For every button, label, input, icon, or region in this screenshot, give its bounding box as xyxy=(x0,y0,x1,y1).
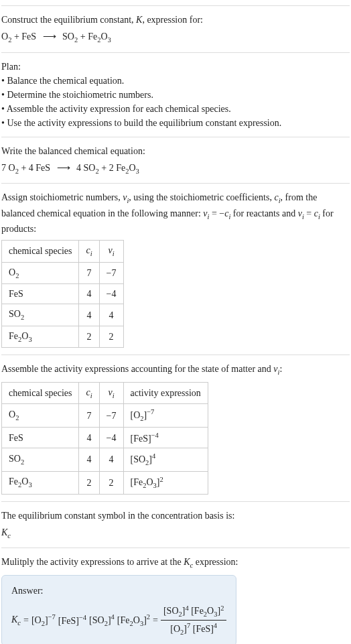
base: [SO2] xyxy=(89,615,111,625)
prompt-prefix: Construct the equilibrium constant, xyxy=(1,15,136,25)
sub: 2 xyxy=(21,314,24,321)
multiply-section: Mulitply the activity expressions to arr… xyxy=(1,548,350,644)
col-ci: ci xyxy=(79,382,99,404)
exp: 4 xyxy=(214,622,217,629)
exp: 4 xyxy=(111,613,115,621)
base: [SO2] xyxy=(163,606,185,616)
base: [Fe2O3] xyxy=(191,606,220,616)
table-header-row: chemical species ci νi activity expressi… xyxy=(2,382,208,404)
text: for reactants and xyxy=(230,208,297,218)
plan-section: Plan: Balance the chemical equation. Det… xyxy=(1,52,350,137)
table-row: O2 7 −7 [O2]−7 xyxy=(2,404,208,427)
reactant-fes: FeS xyxy=(21,31,36,42)
exp: −7 xyxy=(147,408,154,415)
plan-list: Balance the chemical equation. Determine… xyxy=(1,74,350,130)
activity-cell: [O2]−7 xyxy=(123,404,208,427)
table-row: SO2 4 4 xyxy=(2,304,124,326)
plus: + xyxy=(78,31,88,42)
species-cell: FeS xyxy=(2,427,79,448)
activity-table: chemical species ci νi activity expressi… xyxy=(1,382,208,495)
sub-c: c xyxy=(17,619,21,627)
sp: Fe xyxy=(9,331,18,341)
col-vi: νi xyxy=(99,241,123,263)
reactant-o2: O xyxy=(1,31,8,42)
exp: −4 xyxy=(79,614,86,621)
sp2: O xyxy=(21,331,28,341)
colon: : xyxy=(279,364,282,374)
v-cell: 4 xyxy=(99,448,123,471)
assign-section: Assign stoichiometric numbers, νi, using… xyxy=(1,183,350,355)
product-so2: SO xyxy=(62,31,74,42)
plan-item: Use the activity expressions to build th… xyxy=(1,116,350,130)
base: [FeS] xyxy=(193,624,214,634)
v-cell: −7 xyxy=(99,404,123,427)
c-cell: 2 xyxy=(79,326,99,348)
v-cell: −4 xyxy=(99,284,123,304)
species-cell: Fe2O3 xyxy=(2,326,79,348)
product-so2: SO xyxy=(84,163,96,173)
balanced-section: Write the balanced chemical equation: 7 … xyxy=(1,137,350,184)
arrow-icon: ⟶ xyxy=(57,161,70,175)
term: [FeS]−4 xyxy=(58,613,86,628)
table-row: Fe2O3 2 2 xyxy=(2,326,124,348)
coef: 4 xyxy=(29,163,36,173)
numerator: [SO2]4 [Fe2O3]2 xyxy=(161,603,226,621)
c-cell: 4 xyxy=(79,284,99,304)
v-cell: −7 xyxy=(99,262,123,284)
col-species: chemical species xyxy=(2,241,79,263)
plan-item: Assemble the activity expression for eac… xyxy=(1,102,350,116)
stoich-table: chemical species ci νi O2 7 −7 FeS 4 −4 … xyxy=(1,240,124,348)
base: [O2] xyxy=(170,624,187,634)
exp: 7 xyxy=(187,622,190,629)
exp: 2 xyxy=(147,613,150,621)
exp: 2 xyxy=(220,604,224,612)
fraction: [SO2]4 [Fe2O3]2 [O2]7 [FeS]4 xyxy=(161,603,226,637)
answer-box: Answer: Kc = [O2]−7 [FeS]−4 [SO2]4 [Fe2O… xyxy=(1,575,236,644)
col-ci: ci xyxy=(79,241,99,263)
sub: 2 xyxy=(15,272,19,279)
K: K xyxy=(184,557,190,567)
balanced-heading: Write the balanced chemical equation: xyxy=(1,144,350,158)
species-cell: Fe2O3 xyxy=(2,471,79,494)
sub: 3 xyxy=(28,336,31,343)
term: [Fe2O3]2 xyxy=(117,612,150,629)
c-cell: 4 xyxy=(79,427,99,448)
col-species: chemical species xyxy=(2,382,79,404)
activity-cell: [SO2]4 xyxy=(123,448,208,471)
text: , using the stoichiometric coefficients, xyxy=(129,192,274,202)
exp: 4 xyxy=(185,604,188,612)
coef: 2 xyxy=(109,163,117,173)
table-row: SO2 4 4 [SO2]4 xyxy=(2,448,208,471)
table-row: O2 7 −7 xyxy=(2,262,124,284)
text: Assemble the activity expressions accoun… xyxy=(1,364,273,374)
sp: SO xyxy=(9,309,21,319)
exp: −7 xyxy=(48,613,56,621)
arrow-icon: ⟶ xyxy=(43,29,56,44)
base: [FeS] xyxy=(58,616,79,626)
base: [Fe2O3] xyxy=(117,615,147,625)
multiply-text: Mulitply the activity expressions to arr… xyxy=(1,555,350,571)
kc-symbol: Kc xyxy=(1,525,350,541)
table-row: FeS 4 −4 [FeS]−4 xyxy=(2,427,208,448)
product-fe2o3-o: O xyxy=(100,31,107,42)
table-row: FeS 4 −4 xyxy=(2,284,124,304)
c-cell: 7 xyxy=(79,262,99,284)
species-cell: FeS xyxy=(2,284,79,304)
eq: = xyxy=(304,208,314,218)
K: K xyxy=(11,615,17,625)
product-fe2o3-fe: Fe xyxy=(88,31,97,42)
equals: = xyxy=(153,613,158,627)
v-cell: 4 xyxy=(99,304,123,326)
term: [O2]−7 xyxy=(31,612,56,629)
reactant-o2: O xyxy=(9,163,15,173)
base: [SO2] xyxy=(131,454,152,464)
assemble-section: Assemble the activity expressions accoun… xyxy=(1,355,350,501)
text: Mulitply the activity expressions to arr… xyxy=(1,557,184,567)
table-row: Fe2O3 2 2 [Fe2O3]2 xyxy=(2,471,208,494)
plan-heading: Plan: xyxy=(1,60,350,74)
assemble-text: Assemble the activity expressions accoun… xyxy=(1,362,350,378)
sub: 3 xyxy=(136,167,139,174)
eq: = − xyxy=(209,208,224,218)
plus: + xyxy=(19,163,29,173)
prompt-suffix: , expression for: xyxy=(142,15,203,25)
